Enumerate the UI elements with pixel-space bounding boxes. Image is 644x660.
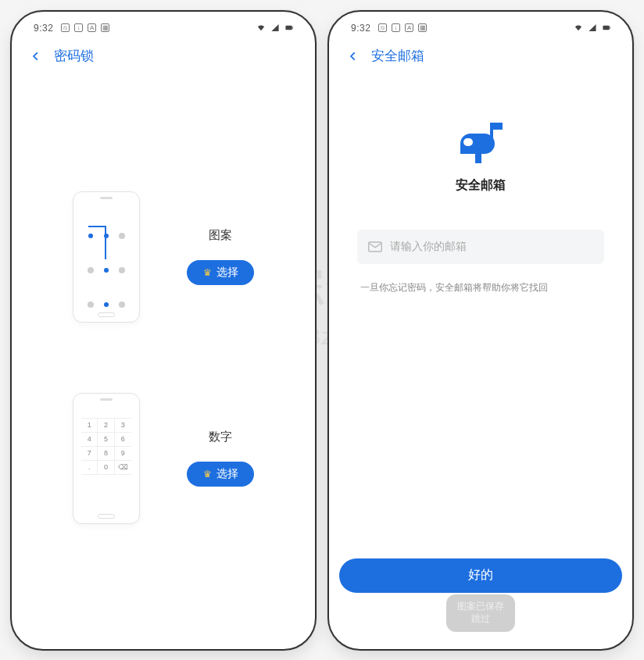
keypad: 123 456 789 .0⌫ xyxy=(81,418,131,523)
page-title: 密码锁 xyxy=(54,47,94,65)
alarm-icon: A xyxy=(405,23,413,32)
pattern-line xyxy=(80,217,132,269)
status-icons-right xyxy=(256,23,295,32)
status-icons-right xyxy=(573,23,612,32)
option-pattern: 图案 ♛ 选择 xyxy=(18,191,309,323)
locktype-body: 图案 ♛ 选择 123 456 789 .0⌫ xyxy=(18,74,309,643)
pattern-preview xyxy=(73,191,140,323)
toast: 图案已保存 跳过 xyxy=(446,594,515,631)
crown-icon: ♛ xyxy=(203,469,212,479)
nfc-icon: ⦸ xyxy=(61,23,70,32)
svg-rect-6 xyxy=(475,154,481,163)
nfc-icon: ⦸ xyxy=(378,23,387,32)
header: 密码锁 xyxy=(18,38,309,74)
status-icons-left: ⦸ ↓ A ▦ xyxy=(378,23,427,32)
pattern-select-button[interactable]: ♛ 选择 xyxy=(187,260,254,285)
mailbox-body: 安全邮箱 请输入你的邮箱 一旦你忘记密码，安全邮箱将帮助你将它找回 好的 图案已… xyxy=(335,74,626,643)
phone-left: 9:32 ⦸ ↓ A ▦ 密码锁 xyxy=(10,10,317,651)
envelope-icon xyxy=(368,241,382,252)
back-button[interactable] xyxy=(346,49,360,63)
toast-line1: 图案已保存 xyxy=(457,601,504,613)
battery-icon xyxy=(284,23,295,32)
status-bar: 9:32 ⦸ ↓ A ▦ xyxy=(335,18,626,38)
page-title: 安全邮箱 xyxy=(371,47,424,65)
chevron-left-icon xyxy=(348,51,359,62)
alarm-icon: A xyxy=(88,23,96,32)
toast-skip[interactable]: 跳过 xyxy=(471,613,490,626)
email-hint: 一旦你忘记密码，安全邮箱将帮助你将它找回 xyxy=(357,281,548,294)
status-time: 9:32 xyxy=(351,23,370,34)
pattern-select-label: 选择 xyxy=(216,266,238,280)
digits-select-label: 选择 xyxy=(216,467,238,481)
crown-icon: ♛ xyxy=(203,268,212,277)
svg-rect-2 xyxy=(603,26,609,30)
svg-rect-5 xyxy=(463,138,473,146)
svg-rect-7 xyxy=(490,123,493,141)
mailbox-icon xyxy=(456,121,506,165)
svg-rect-0 xyxy=(285,26,292,30)
digits-label: 数字 xyxy=(209,430,232,444)
chevron-left-icon xyxy=(30,51,41,62)
status-bar: 9:32 ⦸ ↓ A ▦ xyxy=(18,18,309,38)
status-icons-left: ⦸ ↓ A ▦ xyxy=(61,23,109,32)
app-icon: ▦ xyxy=(418,23,427,32)
back-button[interactable] xyxy=(29,49,43,63)
download-icon: ↓ xyxy=(74,23,83,32)
download-icon: ↓ xyxy=(392,23,400,32)
digits-preview: 123 456 789 .0⌫ xyxy=(73,393,140,524)
wifi-icon xyxy=(256,23,267,32)
status-time: 9:32 xyxy=(34,23,53,34)
signal-icon xyxy=(587,23,598,32)
header: 安全邮箱 xyxy=(335,38,626,74)
wifi-icon xyxy=(573,23,584,32)
email-placeholder: 请输入你的邮箱 xyxy=(390,240,467,254)
ok-button[interactable]: 好的 xyxy=(339,558,622,593)
pattern-label: 图案 xyxy=(209,228,232,243)
svg-rect-3 xyxy=(610,27,610,29)
email-field[interactable]: 请输入你的邮箱 xyxy=(357,230,604,264)
svg-rect-1 xyxy=(292,27,293,29)
mailbox-heading: 安全邮箱 xyxy=(456,177,506,194)
svg-rect-8 xyxy=(493,123,503,130)
ok-button-label: 好的 xyxy=(468,567,493,583)
app-icon: ▦ xyxy=(101,23,109,32)
battery-icon xyxy=(601,23,612,32)
signal-icon xyxy=(270,23,281,32)
option-digits: 123 456 789 .0⌫ 数字 ♛ 选择 xyxy=(18,393,309,524)
digits-select-button[interactable]: ♛ 选择 xyxy=(187,462,254,487)
phone-right: 9:32 ⦸ ↓ A ▦ 安全邮箱 xyxy=(327,10,634,651)
